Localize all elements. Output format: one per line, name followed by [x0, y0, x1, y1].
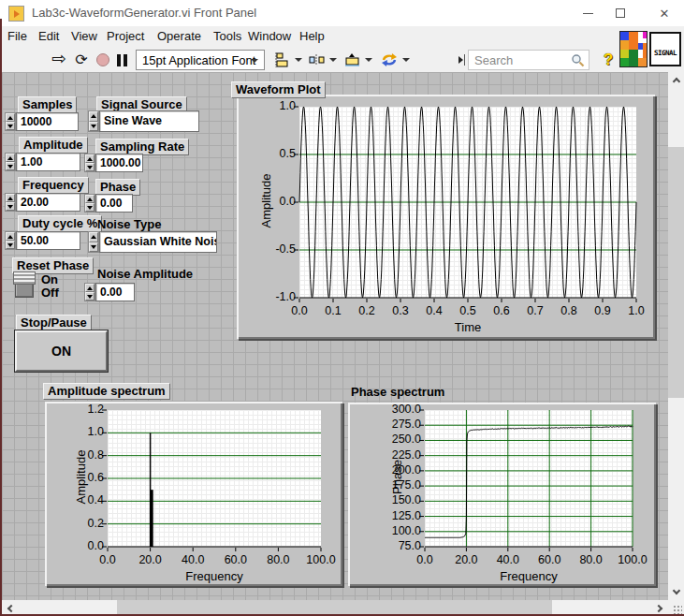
menu-view[interactable]: View [71, 29, 97, 43]
reset-phase-off-label: Off [41, 286, 59, 300]
menu-window[interactable]: Window [248, 29, 291, 43]
noise-amplitude-value[interactable]: 0.00 [95, 283, 135, 301]
window-edge-left [0, 19, 2, 616]
menu-help[interactable]: Help [299, 29, 325, 43]
duty-cycle-value[interactable]: 50.00 [16, 231, 80, 250]
help-icon: ? [604, 51, 613, 69]
grip-dots-icon [673, 605, 682, 614]
duty-cycle-control: 50.00 [5, 231, 80, 250]
run-continuously-button[interactable]: ⟳ [71, 51, 92, 69]
frequency-increment-decrement[interactable] [5, 193, 16, 212]
samples-increment-decrement[interactable] [5, 112, 16, 131]
align-objects-icon [274, 52, 291, 67]
splitter-arrow-icon [458, 56, 463, 64]
waveform-plot-graph: 0.00.10.20.30.40.50.60.70.80.91.01.00.50… [237, 95, 655, 339]
amplitude-value[interactable]: 1.00 [16, 153, 80, 171]
distribute-objects-button[interactable] [309, 51, 337, 69]
distribute-objects-icon [309, 52, 326, 67]
chevron-down-icon [251, 59, 258, 63]
maximize-button[interactable] [606, 0, 634, 26]
menu-file[interactable]: File [7, 29, 27, 43]
samples-control: 10000 [5, 112, 79, 131]
amplitude-spectrum-graph: 0.020.040.060.080.0100.00.00.20.40.60.81… [45, 402, 342, 586]
resize-objects-icon [344, 52, 361, 67]
menu-operate[interactable]: Operate [157, 29, 201, 43]
run-button[interactable]: ⇨ [49, 50, 69, 68]
stop-pause-label[interactable]: Stop/Pause [16, 315, 92, 331]
search-box [468, 50, 589, 70]
signal-source-ring: Sine Wave [88, 110, 199, 132]
font-selector-value: 15pt Application Font [142, 53, 255, 67]
reorder-objects-button[interactable] [380, 51, 410, 69]
menu-bar: File Edit View Project Operate Tools Win… [0, 26, 618, 47]
align-objects-button[interactable] [274, 51, 302, 69]
noise-type-ring: Gaussian White Noise [88, 231, 217, 253]
signal-icon-label: SIGNAL [651, 49, 679, 57]
menu-project[interactable]: Project [107, 29, 144, 43]
close-button[interactable]: ✕ [650, 0, 678, 26]
samples-value[interactable]: 10000 [16, 112, 79, 131]
window-title: Lab3c-WaveformGenerator.vi Front Panel [32, 6, 256, 20]
phase-spectrum-graph: 0.020.040.060.080.0100.075.0100.0125.015… [348, 403, 656, 586]
vi-icon-mosaic [620, 32, 647, 66]
duty-cycle-increment-decrement[interactable] [5, 231, 16, 250]
phase-increment-decrement[interactable] [84, 194, 95, 213]
phase-control: 0.00 [84, 194, 133, 213]
signal-source-increment-decrement[interactable] [88, 110, 99, 132]
signal-source-value[interactable]: Sine Wave [99, 110, 199, 132]
noise-type-value[interactable]: Gaussian White Noise [99, 231, 217, 253]
vi-icon-signal: SIGNAL [649, 32, 681, 66]
scroll-up-button[interactable] [668, 72, 684, 88]
reset-phase-on-label: On [41, 272, 58, 286]
vi-app-icon [8, 6, 24, 22]
noise-type-label[interactable]: Noise Type [97, 217, 161, 231]
font-selector[interactable]: 15pt Application Font [136, 50, 265, 70]
title-bar[interactable]: Lab3c-WaveformGenerator.vi Front Panel ✕ [0, 0, 684, 26]
reorder-icon [380, 51, 399, 68]
labview-front-panel-window: Lab3c-WaveformGenerator.vi Front Panel ✕… [0, 0, 684, 616]
amplitude-increment-decrement[interactable] [5, 153, 16, 171]
minimize-button[interactable] [574, 0, 602, 26]
sampling-rate-value[interactable]: 1000.00 [95, 154, 143, 172]
stop-pause-button[interactable]: ON [15, 330, 108, 372]
noise-amplitude-label[interactable]: Noise Amplitude [97, 267, 193, 281]
toolbar: ⇨ ⟳ 15pt Application Font [0, 47, 618, 72]
amplitude-control: 1.00 [5, 153, 80, 171]
search-icon[interactable] [571, 53, 585, 67]
phase-spectrum-title[interactable]: Phase spectrum [351, 385, 444, 399]
abort-icon [96, 53, 109, 66]
search-input[interactable] [473, 51, 564, 68]
continuous-run-icon: ⟳ [75, 52, 87, 67]
phase-value[interactable]: 0.00 [95, 194, 133, 213]
duty-cycle-label[interactable]: Duty cycle % [18, 215, 102, 232]
frequency-control: 20.00 [5, 193, 80, 212]
noise-type-increment-decrement[interactable] [88, 231, 99, 253]
menu-tools[interactable]: Tools [213, 29, 241, 43]
resize-objects-button[interactable] [344, 51, 372, 69]
samples-label[interactable]: Samples [18, 96, 77, 113]
amplitude-label[interactable]: Amplitude [19, 137, 88, 154]
abort-button[interactable] [94, 51, 112, 69]
vi-icon-area: SIGNAL [618, 26, 684, 72]
vertical-scrollbar-thumb[interactable] [668, 147, 684, 398]
noise-amplitude-control: 0.00 [84, 283, 135, 301]
noise-amplitude-increment-decrement[interactable] [84, 283, 95, 301]
reset-phase-switch[interactable]: On Off [15, 274, 34, 298]
pause-icon [117, 54, 121, 66]
context-help-button[interactable]: ? [599, 50, 618, 70]
run-arrow-icon: ⇨ [51, 51, 66, 67]
frequency-value[interactable]: 20.00 [16, 193, 80, 212]
sampling-rate-control: 1000.00 [84, 154, 143, 172]
sampling-rate-increment-decrement[interactable] [84, 154, 95, 172]
vertical-scrollbar[interactable] [668, 72, 684, 600]
scroll-down-button[interactable] [668, 584, 684, 600]
pause-button[interactable] [113, 51, 130, 69]
waveform-plot-title[interactable]: Waveform Plot [231, 81, 326, 98]
switch-lever[interactable] [13, 271, 36, 285]
amplitude-spectrum-title[interactable]: Amplitude spectrum [43, 383, 170, 400]
menu-edit[interactable]: Edit [38, 29, 59, 43]
search-bar-splitter[interactable] [457, 54, 466, 66]
frequency-label[interactable]: Frequency [18, 177, 89, 194]
